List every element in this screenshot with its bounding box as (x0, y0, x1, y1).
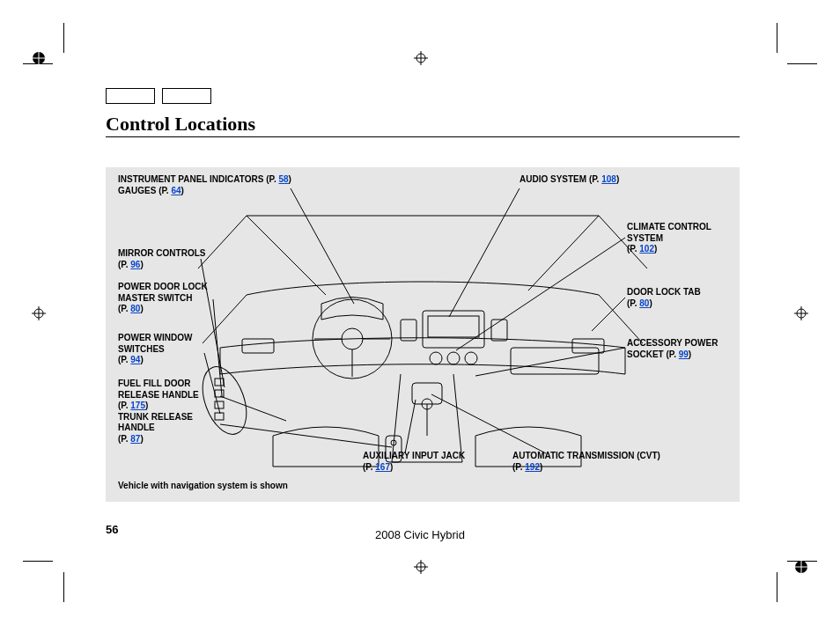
header-box (162, 88, 211, 104)
crop-mark (23, 561, 53, 562)
callout-door-lock-tab: DOOR LOCK TAB (P. 80) (627, 287, 724, 309)
diagram-panel: INSTRUMENT PANEL INDICATORS (P. 58) GAUG… (106, 167, 740, 502)
registration-mark-icon (794, 560, 808, 574)
page-link[interactable]: 96 (130, 260, 140, 269)
footer-model: 2008 Civic Hybrid (0, 528, 840, 541)
diagram-note: Vehicle with navigation system is shown (118, 481, 288, 490)
callout-text: TRUNK RELEASE HANDLE (118, 412, 193, 433)
manual-page: Control Locations (0, 0, 840, 625)
callout-text: INSTRUMENT PANEL INDICATORS (118, 174, 263, 184)
crop-mark (63, 572, 64, 602)
callout-instrument-panel: INSTRUMENT PANEL INDICATORS (P. 58) GAUG… (118, 174, 347, 196)
cross-mark-icon (414, 560, 428, 574)
page-link[interactable]: 64 (171, 186, 181, 195)
callout-climate-control: CLIMATE CONTROL SYSTEM (P. 102) (627, 222, 733, 255)
svg-rect-27 (428, 316, 479, 337)
callout-text: DOOR LOCK TAB (627, 287, 701, 297)
page-link[interactable]: 99 (679, 349, 689, 359)
dashboard-illustration (194, 207, 652, 471)
crop-mark (777, 572, 777, 602)
callout-audio-system: AUDIO SYSTEM (P. 108) (519, 174, 619, 186)
callout-fuel-fill-door: FUEL FILL DOOR RELEASE HANDLE (P. 175) T… (118, 379, 224, 445)
page-link[interactable]: 175 (130, 401, 145, 410)
svg-rect-33 (491, 320, 507, 341)
page-link[interactable]: 167 (375, 462, 390, 472)
callout-text: MIRROR CONTROLS (118, 248, 205, 258)
page-link[interactable]: 87 (130, 434, 140, 444)
callout-text: CLIMATE CONTROL SYSTEM (627, 222, 711, 243)
svg-point-29 (447, 352, 460, 364)
svg-point-28 (430, 352, 442, 364)
header-boxes (106, 88, 211, 104)
callout-accessory-power-socket: ACCESSORY POWER SOCKET (P. 99) (627, 338, 733, 360)
page-link[interactable]: 80 (639, 298, 649, 308)
page-link[interactable]: 58 (278, 174, 288, 184)
page-link[interactable]: 192 (525, 462, 540, 472)
callout-text: AUTOMATIC TRANSMISSION (CVT) (512, 451, 660, 460)
callout-mirror-controls: MIRROR CONTROLS (P. 96) (118, 248, 215, 270)
svg-rect-34 (572, 339, 604, 353)
cross-mark-icon (414, 51, 428, 65)
callout-power-door-lock: POWER DOOR LOCK MASTER SWITCH (P. 80) (118, 282, 224, 315)
registration-mark-icon (32, 51, 46, 65)
callout-aux-input-jack: AUXILIARY INPUT JACK (P. 167) (363, 451, 504, 473)
callout-text: FUEL FILL DOOR RELEASE HANDLE (118, 379, 199, 400)
callout-text: POWER DOOR LOCK MASTER SWITCH (118, 282, 208, 303)
page-link[interactable]: 94 (130, 355, 140, 364)
page-link[interactable]: 102 (639, 244, 654, 254)
callout-automatic-transmission: AUTOMATIC TRANSMISSION (CVT) (P. 192) (512, 451, 706, 473)
header-box (106, 88, 155, 104)
title-rule (106, 136, 740, 137)
svg-rect-31 (242, 339, 274, 353)
callout-power-window-switches: POWER WINDOW SWITCHES (P. 94) (118, 333, 215, 366)
callout-text: AUDIO SYSTEM (519, 174, 586, 184)
crop-mark (777, 23, 777, 53)
crop-mark (63, 23, 64, 53)
page-title: Control Locations (106, 113, 255, 136)
callout-text: POWER WINDOW SWITCHES (118, 333, 192, 354)
svg-point-30 (465, 352, 477, 364)
cross-mark-icon (32, 306, 46, 320)
page-link[interactable]: 108 (601, 174, 616, 184)
callout-text: AUXILIARY INPUT JACK (363, 451, 465, 460)
crop-mark (787, 63, 817, 64)
cross-mark-icon (794, 306, 808, 320)
svg-rect-18 (412, 383, 442, 404)
page-link[interactable]: 80 (130, 304, 140, 313)
callout-text: GAUGES (118, 186, 156, 195)
